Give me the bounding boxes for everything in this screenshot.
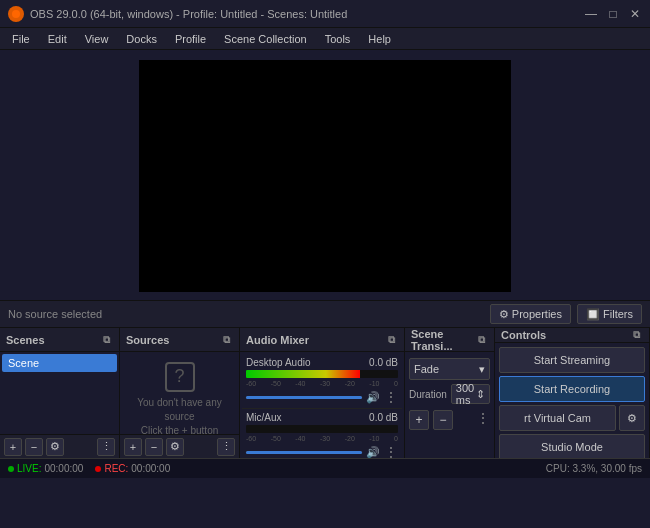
scene-item[interactable]: Scene [2,354,117,372]
desktop-audio-mute-icon[interactable]: 🔊 [366,391,380,404]
transition-chevron-icon: ▾ [479,363,485,376]
transition-remove-button[interactable]: − [433,410,453,430]
scenes-footer: + − ⚙ ⋮ [0,434,119,458]
transition-select[interactable]: Fade ▾ [409,358,490,380]
status-bar: LIVE: 00:00:00 REC: 00:00:00 CPU: 3.3%, … [0,458,650,478]
app-icon [8,6,24,22]
duration-value: 300 ms [456,382,476,406]
controls-header: Controls ⧉ [495,328,649,343]
controls-panel: Controls ⧉ Start Streaming Start Recordi… [495,328,650,458]
window-title: OBS 29.0.0 (64-bit, windows) - Profile: … [30,8,347,20]
scenes-label: Scenes [6,334,45,346]
source-remove-button[interactable]: − [145,438,163,456]
audio-mixer-header: Audio Mixer ⧉ [240,328,404,352]
sources-empty-text: You don't have any sourceClick the + but… [126,396,233,434]
menu-docks[interactable]: Docks [118,31,165,47]
virtual-cam-settings-icon[interactable]: ⚙ [619,405,645,431]
svg-point-0 [12,10,20,18]
live-time: 00:00:00 [44,463,83,474]
transitions-header: Scene Transi... ⧉ [405,328,494,352]
scene-filter-button[interactable]: ⚙ [46,438,64,456]
menu-edit[interactable]: Edit [40,31,75,47]
source-properties-button[interactable]: ⚙ [166,438,184,456]
scene-remove-button[interactable]: − [25,438,43,456]
live-dot [8,466,14,472]
window-controls: — □ ✕ [584,7,642,21]
menu-tools[interactable]: Tools [317,31,359,47]
desktop-audio-meter-fill [246,370,360,378]
desktop-audio-controls: 🔊 ⋮ [246,389,398,405]
rec-time: 00:00:00 [131,463,170,474]
sources-label: Sources [126,334,169,346]
title-bar: OBS 29.0.0 (64-bit, windows) - Profile: … [0,0,650,28]
controls-content: Start Streaming Start Recording rt Virtu… [495,343,649,458]
cpu-label: CPU: 3.3%, [546,463,598,474]
duration-label: Duration [409,389,447,400]
virtual-cam-row: rt Virtual Cam ⚙ [499,405,645,431]
sources-copy-icon[interactable]: ⧉ [219,333,233,347]
studio-mode-button[interactable]: Studio Mode [499,434,645,458]
controls-copy-icon[interactable]: ⧉ [629,328,643,342]
menu-scene-collection[interactable]: Scene Collection [216,31,315,47]
close-button[interactable]: ✕ [628,7,642,21]
filters-button[interactable]: 🔲 Filters [577,304,642,324]
scenes-list: Scene [0,352,119,434]
audio-mixer-content: Desktop Audio 0.0 dB -60-50-40-30-20-100… [240,352,404,458]
duration-input[interactable]: 300 ms ⇕ [451,384,490,404]
menu-help[interactable]: Help [360,31,399,47]
transitions-copy-icon[interactable]: ⧉ [474,333,488,347]
source-add-button[interactable]: + [124,438,142,456]
properties-button[interactable]: ⚙ Properties [490,304,571,324]
scenes-panel-header: Scenes ⧉ [0,328,119,352]
start-recording-button[interactable]: Start Recording [499,376,645,402]
audio-mixer-copy-icon[interactable]: ⧉ [384,333,398,347]
transition-add-button[interactable]: + [409,410,429,430]
menu-profile[interactable]: Profile [167,31,214,47]
panels: Scenes ⧉ Scene + − ⚙ ⋮ Sources ⧉ [0,328,650,458]
transitions-label: Scene Transi... [411,328,474,352]
mic-aux-name: Mic/Aux [246,412,282,423]
menu-view[interactable]: View [77,31,117,47]
transition-buttons: + − ⋮ [407,408,492,432]
source-toolbar: No source selected ⚙ Properties 🔲 Filter… [0,300,650,328]
transitions-panel: Scene Transi... ⧉ Fade ▾ Duration 300 ms… [405,328,495,458]
live-status: LIVE: 00:00:00 [8,463,83,474]
menu-file[interactable]: File [4,31,38,47]
rec-dot [95,466,101,472]
audio-mixer-label: Audio Mixer [246,334,309,346]
mic-volume-slider[interactable] [246,451,362,454]
start-streaming-button[interactable]: Start Streaming [499,347,645,373]
no-source-label: No source selected [8,308,484,320]
transition-selected: Fade [414,363,439,375]
controls-label: Controls [501,329,546,341]
mic-aux-meter [246,425,398,433]
scene-add-button[interactable]: + [4,438,22,456]
scenes-panel: Scenes ⧉ Scene + − ⚙ ⋮ [0,328,120,458]
transitions-dots[interactable]: ⋮ [476,410,490,430]
mic-aux-dots[interactable]: ⋮ [384,444,398,458]
desktop-audio-meter [246,370,398,378]
scenes-copy-icon[interactable]: ⧉ [99,333,113,347]
scenes-dots[interactable]: ⋮ [97,438,115,456]
mic-aux-mute-icon[interactable]: 🔊 [366,446,380,459]
menu-bar: File Edit View Docks Profile Scene Colle… [0,28,650,50]
preview-area [0,50,650,300]
cpu-usage: CPU: 3.3%, 30.00 fps [546,463,642,474]
virtual-cam-button[interactable]: rt Virtual Cam [499,405,616,431]
video-preview [139,60,511,292]
rec-label: REC: [104,463,128,474]
minimize-button[interactable]: — [584,7,598,21]
fps-label: 30.00 fps [601,463,642,474]
desktop-audio-name: Desktop Audio [246,357,311,368]
sources-question-icon: ? [165,362,195,392]
mic-aux-labels: -60-50-40-30-20-100 [246,435,398,442]
sources-dots[interactable]: ⋮ [217,438,235,456]
maximize-button[interactable]: □ [606,7,620,21]
desktop-volume-slider[interactable] [246,396,362,399]
rec-status: REC: 00:00:00 [95,463,170,474]
desktop-audio-labels: -60-50-40-30-20-100 [246,380,398,387]
duration-spinner-icon: ⇕ [476,388,485,401]
desktop-audio-dots[interactable]: ⋮ [384,389,398,405]
desktop-audio-db: 0.0 dB [369,357,398,368]
mic-aux-controls: 🔊 ⋮ [246,444,398,458]
